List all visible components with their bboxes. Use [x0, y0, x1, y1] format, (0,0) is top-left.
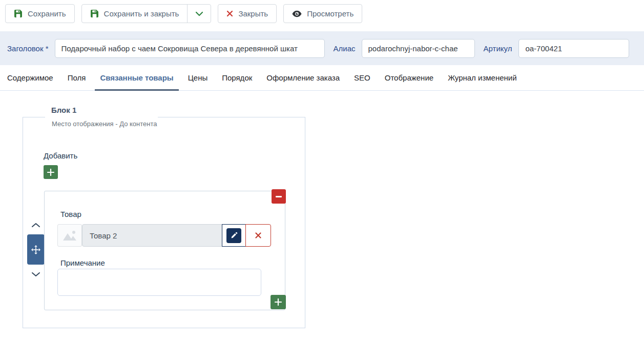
tab-bar: Содержимое Поля Связанные товары Цены По… — [0, 65, 644, 91]
edit-product-button[interactable] — [222, 224, 246, 247]
minus-icon — [276, 196, 282, 197]
close-button-label: Закрыть — [238, 9, 268, 18]
note-input[interactable] — [57, 269, 261, 296]
chevron-down-icon — [31, 271, 41, 277]
product-image-placeholder — [57, 224, 82, 247]
close-button[interactable]: Закрыть — [218, 4, 277, 23]
drag-move-handle[interactable] — [27, 234, 45, 265]
tab-checkout[interactable]: Оформление заказа — [261, 65, 345, 90]
alias-label: Алиас — [334, 44, 356, 53]
save-close-button-label: Сохранить и закрыть — [104, 9, 179, 18]
save-icon — [14, 9, 23, 18]
save-icon — [90, 9, 99, 18]
plus-icon — [275, 298, 282, 306]
sku-input[interactable] — [518, 39, 629, 58]
pencil-icon — [226, 228, 241, 243]
block-legend: Блок 1 — [45, 106, 158, 119]
product-name-input[interactable] — [82, 224, 222, 247]
tab-prices[interactable]: Цены — [183, 65, 213, 90]
preview-button[interactable]: Просмотреть — [283, 4, 362, 23]
tab-content[interactable]: Содержимое — [2, 65, 58, 90]
header-form-row: Заголовок * Алиас Артикул — [0, 31, 644, 65]
product-label: Товар — [60, 210, 81, 218]
save-options-dropdown-button[interactable] — [187, 5, 211, 23]
tab-related-products[interactable]: Связанные товары — [95, 65, 178, 90]
eye-icon — [292, 10, 302, 17]
note-label: Примечание — [60, 258, 105, 267]
move-item-up-button[interactable] — [29, 221, 43, 229]
title-label: Заголовок * — [7, 44, 49, 53]
save-button-label: Сохранить — [28, 9, 66, 18]
save-button[interactable]: Сохранить — [5, 4, 75, 23]
chevron-up-icon — [31, 222, 41, 228]
add-item-button[interactable] — [44, 165, 58, 179]
chevron-down-icon — [195, 11, 203, 16]
tab-changelog[interactable]: Журнал изменений — [443, 65, 522, 90]
tab-fields[interactable]: Поля — [63, 65, 91, 90]
related-product-item-card: Товар — [44, 191, 285, 310]
remove-item-button[interactable] — [272, 189, 286, 204]
delete-x-icon — [255, 232, 262, 239]
title-input[interactable] — [55, 39, 325, 58]
move-arrows-icon — [31, 245, 40, 254]
block-fieldset: Блок 1 Место отображения - До контента Д… — [23, 117, 305, 328]
sku-label: Артикул — [484, 44, 512, 53]
plus-icon — [47, 169, 54, 176]
save-close-split-button: Сохранить и закрыть — [81, 4, 212, 23]
toolbar: Сохранить Сохранить и закрыть — [0, 0, 644, 31]
product-row — [57, 224, 271, 247]
save-close-button[interactable]: Сохранить и закрыть — [82, 5, 188, 23]
add-label: Добавить — [44, 151, 77, 160]
close-x-icon — [226, 10, 233, 17]
tab-order[interactable]: Порядок — [217, 65, 257, 90]
tab-seo[interactable]: SEO — [349, 65, 376, 90]
move-item-down-button[interactable] — [29, 270, 43, 278]
add-item-after-button[interactable] — [271, 295, 286, 309]
tab-display[interactable]: Отображение — [380, 65, 439, 90]
image-placeholder-icon — [62, 229, 77, 242]
block-placement-text: Место отображения - До контента — [52, 120, 157, 128]
delete-product-button[interactable] — [245, 224, 271, 247]
alias-input[interactable] — [362, 39, 475, 58]
preview-button-label: Просмотреть — [307, 9, 354, 18]
tab-panel-related-products: Блок 1 Место отображения - До контента Д… — [0, 117, 644, 328]
